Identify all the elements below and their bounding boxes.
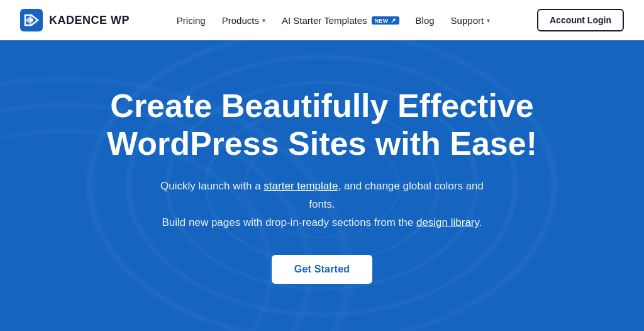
- hero-title: Create Beautifully Effective WordPress S…: [77, 87, 567, 163]
- account-login-button[interactable]: Account Login: [537, 9, 624, 31]
- chevron-down-icon-support: ▾: [487, 17, 490, 24]
- external-link-icon: ↗: [391, 17, 396, 24]
- new-badge: New ↗: [372, 16, 399, 25]
- svg-point-1: [30, 18, 33, 22]
- nav-item-blog[interactable]: Blog: [409, 11, 441, 30]
- chevron-down-icon: ▾: [262, 17, 265, 24]
- nav-item-pricing[interactable]: Pricing: [170, 11, 212, 30]
- nav-item-support[interactable]: Support ▾: [445, 11, 497, 30]
- design-library-link[interactable]: design library: [416, 216, 479, 228]
- hero-section: Create Beautifully Effective WordPress S…: [0, 40, 644, 331]
- main-nav: Pricing Products ▾ AI Starter Templates …: [170, 11, 496, 30]
- hero-subtitle: Quickly launch with a starter template, …: [146, 177, 498, 232]
- nav-item-ai-starter[interactable]: AI Starter Templates New ↗: [275, 11, 406, 30]
- site-header: KADENCE WP Pricing Products ▾ AI Starter…: [0, 0, 644, 40]
- get-started-button[interactable]: Get Started: [272, 255, 372, 284]
- logo[interactable]: KADENCE WP: [20, 9, 130, 31]
- logo-text: KADENCE WP: [49, 14, 130, 27]
- starter-template-link[interactable]: starter template: [264, 180, 338, 192]
- nav-item-products[interactable]: Products ▾: [216, 11, 272, 30]
- logo-icon: [20, 9, 43, 31]
